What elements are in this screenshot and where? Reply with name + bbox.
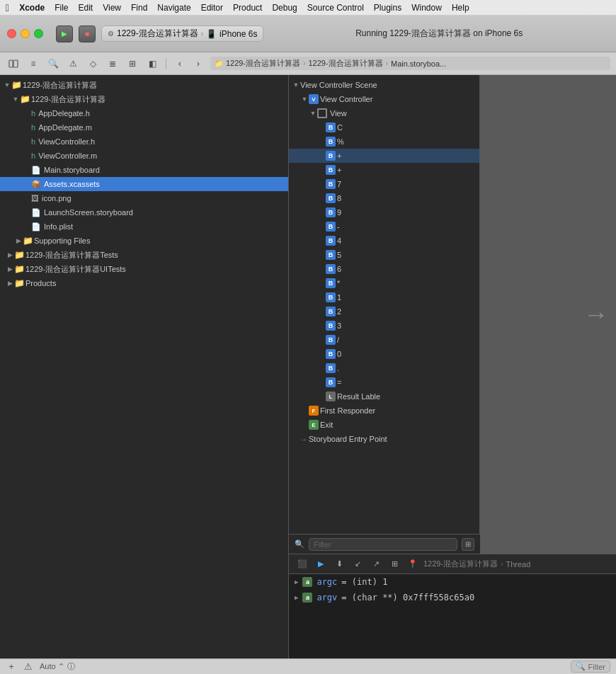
search-btn[interactable]: 🔍 xyxy=(45,56,61,72)
menu-edit[interactable]: Edit xyxy=(78,3,93,13)
canvas-area[interactable]: → xyxy=(480,75,616,554)
apple-menu[interactable]:  xyxy=(6,2,9,13)
filter-input[interactable]: Filter xyxy=(309,538,457,551)
scene-btn-7[interactable]: B 7 xyxy=(289,177,479,191)
debug-toggle[interactable]: ≡ xyxy=(25,56,41,72)
separator-1 xyxy=(166,58,166,69)
toolbar: ≡ 🔍 ⚠ ◇ ≣ ⊞ ◧ ‹ › 📁 1229-混合运算计算器 › 1229-… xyxy=(0,52,616,75)
back-btn[interactable]: ‹ xyxy=(172,56,188,72)
tree-item-info-plist[interactable]: 📄 Info.plist xyxy=(0,219,288,234)
tree-item-tests[interactable]: ▶ 📁 1229-混合运算计算器Tests xyxy=(0,248,288,262)
scene-btn-0[interactable]: B 0 xyxy=(289,347,479,361)
debug-btn-5[interactable]: ⊞ xyxy=(387,557,402,571)
scene-entry-point[interactable]: → Storyboard Entry Point xyxy=(289,432,479,446)
argc-expand[interactable]: ▶ xyxy=(295,578,298,586)
adj-button[interactable]: ⊞ xyxy=(462,538,474,551)
main-storyboard-label: Main.storyboard xyxy=(44,166,100,174)
scene-btn-6[interactable]: B 6 xyxy=(289,262,479,276)
tree-item-viewcontroller-m[interactable]: h ViewController.m xyxy=(0,149,288,163)
diff-btn[interactable]: ⊞ xyxy=(125,56,140,72)
navigator-toggle[interactable] xyxy=(6,56,21,72)
scene-btn-plus-selected[interactable]: B + xyxy=(289,149,479,163)
tree-item-viewcontroller-h[interactable]: h ViewController.h xyxy=(0,135,288,149)
scene-root[interactable]: ▼ View Controller Scene xyxy=(289,78,479,92)
tree-item-appdelegate-m[interactable]: h AppDelegate.m xyxy=(0,120,288,135)
scene-view-controller[interactable]: ▼ V View Controller xyxy=(289,92,479,106)
scene-btn-5[interactable]: B 5 xyxy=(289,248,479,262)
tree-item-icon[interactable]: 🖼 icon.png xyxy=(0,191,288,205)
menu-file[interactable]: File xyxy=(55,3,68,13)
entry-arrow: → xyxy=(300,435,307,443)
assistant-btn[interactable]: ◧ xyxy=(144,56,160,72)
debug-btn-step-in[interactable]: ↙ xyxy=(350,557,365,571)
scene-btn-multiply[interactable]: B * xyxy=(289,276,479,290)
breadcrumb-sep-1: › xyxy=(303,59,305,67)
tree-item-supporting-files[interactable]: ▶ 📁 Supporting Files xyxy=(0,234,288,248)
scene-btn-divide[interactable]: B / xyxy=(289,333,479,347)
scene-btn-8[interactable]: B 8 xyxy=(289,191,479,205)
tree-item-appdelegate-h[interactable]: h AppDelegate.h xyxy=(0,106,288,120)
argv-expand[interactable]: ▶ xyxy=(295,594,298,601)
debug-btn-1[interactable]: ⬛ xyxy=(295,557,310,571)
forward-btn[interactable]: › xyxy=(190,56,206,72)
scene-exit[interactable]: E Exit xyxy=(289,418,479,432)
menu-help[interactable]: Help xyxy=(452,3,469,13)
info-plist-label: Info.plist xyxy=(44,222,73,231)
group-main-icon: 📁 xyxy=(20,94,30,104)
scene-btn-9[interactable]: B 9 xyxy=(289,205,479,219)
scene-btn-3[interactable]: B 3 xyxy=(289,319,479,333)
tree-item-products[interactable]: ▶ 📁 Products xyxy=(0,276,288,290)
warning-btn[interactable]: ⚠ xyxy=(65,56,81,72)
debug-btn-location[interactable]: 📍 xyxy=(405,557,421,571)
menu-plugins[interactable]: Plugins xyxy=(374,3,401,13)
menu-xcode[interactable]: Xcode xyxy=(19,3,45,13)
scene-btn-equals[interactable]: B = xyxy=(289,375,479,389)
scene-btn-1[interactable]: B 1 xyxy=(289,290,479,304)
menu-product[interactable]: Product xyxy=(233,3,262,13)
bottom-filter[interactable]: 🔍 Filter xyxy=(571,661,610,673)
tree-root[interactable]: ▼ 📁 1229-混合运算计算器 xyxy=(0,78,288,92)
tree-group-main[interactable]: ▼ 📁 1229-混合运算计算器 xyxy=(0,92,288,106)
menu-source-control[interactable]: Source Control xyxy=(307,3,364,13)
debug-btn-step-out[interactable]: ↗ xyxy=(368,557,384,571)
issue-icon[interactable]: ⚠ xyxy=(23,661,34,673)
scene-btn-plus[interactable]: B + xyxy=(289,163,479,177)
scene-btn-2[interactable]: B 2 xyxy=(289,304,479,319)
scheme-selector[interactable]: ⚙ 1229-混合运算计算器 › 📱 iPhone 6s xyxy=(101,25,263,42)
add-button[interactable]: + xyxy=(6,661,17,673)
tree-item-launch-storyboard[interactable]: 📄 LaunchScreen.storyboard xyxy=(0,205,288,219)
menu-editor[interactable]: Editor xyxy=(201,3,223,13)
menu-view[interactable]: View xyxy=(103,3,121,13)
menu-navigate[interactable]: Navigate xyxy=(157,3,190,13)
svg-rect-0 xyxy=(9,60,13,67)
root-label: 1229-混合运算计算器 xyxy=(23,80,97,91)
debug-btn-step-over[interactable]: ⬇ xyxy=(331,557,347,571)
tree-item-uitests[interactable]: ▶ 📁 1229-混合运算计算器UITests xyxy=(0,262,288,276)
scene-btn-4[interactable]: B 4 xyxy=(289,234,479,248)
minimize-button[interactable] xyxy=(21,29,30,38)
debug-variables-panel: ▶ a argc = (int) 1 ▶ a argv = (char **) … xyxy=(289,573,616,658)
group-main-label: 1229-混合运算计算器 xyxy=(31,94,105,105)
auto-selector[interactable]: Auto ⌃ ⓘ xyxy=(40,661,565,672)
zoom-button[interactable] xyxy=(34,29,43,38)
editor-btn[interactable]: ≣ xyxy=(105,56,120,72)
menu-find[interactable]: Find xyxy=(131,3,147,13)
scene-btn-percent[interactable]: B % xyxy=(289,135,479,149)
breakpoint-btn[interactable]: ◇ xyxy=(85,56,101,72)
scene-btn-minus[interactable]: B - xyxy=(289,219,479,234)
stop-button[interactable]: ■ xyxy=(79,25,96,42)
run-button[interactable]: ▶ xyxy=(56,25,73,42)
scene-btn-dot[interactable]: B . xyxy=(289,361,479,375)
tree-item-assets[interactable]: 📦 Assets.xcassets xyxy=(0,177,288,191)
scene-first-responder[interactable]: F First Responder xyxy=(289,404,479,418)
btn-plus-sel-badge: B xyxy=(326,151,336,161)
debug-btn-2[interactable]: ▶ xyxy=(313,557,329,571)
scene-btn-c[interactable]: B C xyxy=(289,120,479,135)
menu-debug[interactable]: Debug xyxy=(272,3,297,13)
scene-view[interactable]: ▼ View xyxy=(289,106,479,120)
close-button[interactable] xyxy=(7,29,16,38)
scene-result-label[interactable]: L Result Lable xyxy=(289,389,479,404)
tree-item-main-storyboard[interactable]: 📄 Main.storyboard xyxy=(0,163,288,177)
menu-window[interactable]: Window xyxy=(411,3,442,13)
debug-bc-thread: Thread xyxy=(506,560,530,569)
